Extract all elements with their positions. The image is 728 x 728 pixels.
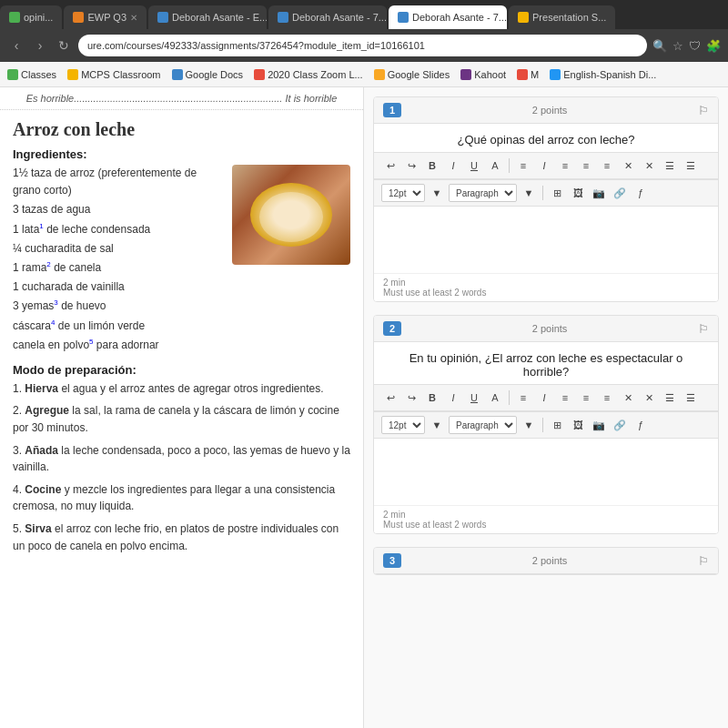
para-down2-button[interactable]: ▼ (520, 416, 538, 434)
math-button[interactable]: ƒ (632, 184, 650, 202)
remove-button3[interactable]: ✕ (640, 389, 658, 407)
recipe-title: Arroz con leche (13, 119, 350, 140)
font-size2-icon[interactable]: ≡ (514, 389, 532, 407)
align-left-button[interactable]: ≡ (556, 157, 574, 175)
toolbar-sep-3 (509, 390, 510, 405)
align-right2-button[interactable]: ≡ (577, 389, 595, 407)
bold-button[interactable]: B (423, 157, 441, 175)
question-1-points: 2 points (532, 105, 568, 116)
font-down2-button[interactable]: ▼ (428, 416, 446, 434)
undo-button[interactable]: ↩ (381, 157, 399, 175)
back-button[interactable]: ‹ (7, 36, 25, 55)
media2-button[interactable]: 📷 (590, 416, 608, 434)
align-center-button[interactable]: ≡ (598, 157, 616, 175)
address-text: ure.com/courses/492333/assignments/37264… (87, 40, 425, 51)
font-size-select[interactable]: 12pt (381, 184, 425, 202)
remove-format2-button[interactable]: ✕ (619, 389, 637, 407)
question-2-flag-icon[interactable]: ⚐ (698, 322, 709, 336)
font-down-button[interactable]: ▼ (428, 184, 446, 202)
address-input[interactable]: ure.com/courses/492333/assignments/37264… (78, 35, 647, 56)
tab-ewp[interactable]: EWP Q3 ✕ (64, 5, 147, 29)
bookmark-mcps[interactable]: MCPS Classroom (67, 69, 160, 80)
list-ol-button[interactable]: ☰ (682, 157, 700, 175)
question-2-answer-input[interactable] (374, 439, 718, 502)
bookmark-english-spanish[interactable]: English-Spanish Di... (550, 69, 656, 80)
bookmark-google-slides[interactable]: Google Slides (374, 69, 450, 80)
tab-deborah2[interactable]: Deborah Asante - 7... ✕ (268, 5, 387, 29)
math2-button[interactable]: ƒ (632, 416, 650, 434)
remove-button2[interactable]: ✕ (640, 157, 658, 175)
question-3-points: 2 points (532, 555, 568, 566)
question-1-hint: Must use at least 2 words (383, 288, 709, 298)
list-ul2-button[interactable]: ☰ (661, 389, 679, 407)
align-right-button[interactable]: ≡ (577, 157, 595, 175)
underline2-button[interactable]: U (465, 389, 483, 407)
tab-opini[interactable]: opini... (0, 5, 62, 29)
step-4: 4. Cocine y mezcle los ingredientes para… (13, 481, 350, 515)
question-3-flag-icon[interactable]: ⚐ (698, 554, 709, 568)
question-1-text: ¿Qué opinas del arroz con leche? (374, 124, 718, 152)
step-3: 3. Añada la leche condensada, poco a poc… (13, 442, 350, 476)
align-left2-button[interactable]: ≡ (556, 389, 574, 407)
tab-close-ewp[interactable]: ✕ (130, 13, 137, 23)
left-panel-recipe: Es horrible.............................… (0, 87, 364, 728)
question-1-flag-icon[interactable]: ⚐ (698, 104, 709, 117)
redo2-button[interactable]: ↪ (402, 389, 420, 407)
bookmark-classes[interactable]: Classes (7, 69, 56, 80)
tab-deborah1[interactable]: Deborah Asante - E... ✕ (148, 5, 267, 29)
font-color-button[interactable]: A (486, 157, 504, 175)
font-color2-button[interactable]: A (486, 389, 504, 407)
puzzle-icon[interactable]: 🧩 (706, 39, 721, 53)
bookmark-google-docs[interactable]: Google Docs (172, 69, 244, 80)
list-ul-button[interactable]: ☰ (661, 157, 679, 175)
bookmark-kahoot[interactable]: Kahoot (460, 69, 506, 80)
redo-button[interactable]: ↪ (402, 157, 420, 175)
table2-button[interactable]: ⊞ (548, 416, 566, 434)
bookmarks-bar: Classes MCPS Classroom Google Docs 2020 … (0, 62, 728, 87)
font-size-icon[interactable]: ≡ (514, 157, 532, 175)
question-1-answer-input[interactable] (374, 207, 718, 270)
link-button[interactable]: 🔗 (611, 184, 629, 202)
media-button[interactable]: 📷 (590, 184, 608, 202)
search-icon[interactable]: 🔍 (652, 39, 667, 53)
italic3-button[interactable]: I (444, 389, 462, 407)
italic4-button[interactable]: I (535, 389, 553, 407)
tab-deborah3[interactable]: Deborah Asante - 7... ✕ (389, 5, 507, 29)
bookmark-label-zoom: 2020 Class Zoom L... (268, 69, 363, 80)
bookmark-zoom[interactable]: 2020 Class Zoom L... (254, 69, 363, 80)
header-spanish: Es horrible.............................… (26, 93, 283, 104)
question-2-points: 2 points (532, 323, 568, 334)
toolbar-sep-1 (509, 158, 510, 173)
link2-button[interactable]: 🔗 (611, 416, 629, 434)
undo2-button[interactable]: ↩ (381, 389, 399, 407)
step-2: 2. Agregue la sal, la rama de canela y l… (13, 402, 350, 436)
reload-button[interactable]: ↻ (55, 36, 73, 55)
list-ol2-button[interactable]: ☰ (682, 389, 700, 407)
italic-button[interactable]: I (444, 157, 462, 175)
bookmark-icon-classes (7, 69, 18, 80)
question-1-footer: 2 min Must use at least 2 words (374, 273, 718, 301)
bookmark-star-icon[interactable]: ☆ (672, 39, 683, 53)
bookmark-mail[interactable]: M (517, 69, 539, 80)
italic2-button[interactable]: I (535, 157, 553, 175)
bookmark-icon-slides (374, 69, 385, 80)
recipe-container: Arroz con leche Ingredientes: 1½ taza de… (0, 110, 363, 569)
tab-label-deborah3: Deborah Asante - 7... (412, 12, 507, 23)
image2-button[interactable]: 🖼 (569, 416, 587, 434)
ingredient-7: 3 yemas3 de huevo (13, 298, 350, 315)
question-1-toolbar2: 12pt ▼ Paragraph ▼ ⊞ 🖼 📷 🔗 ƒ (374, 179, 718, 207)
paragraph2-select[interactable]: Paragraph (449, 416, 517, 434)
bold2-button[interactable]: B (423, 389, 441, 407)
paragraph-select[interactable]: Paragraph (449, 184, 517, 202)
font-size2-select[interactable]: 12pt (381, 416, 425, 434)
image-button[interactable]: 🖼 (569, 184, 587, 202)
forward-button[interactable]: › (31, 36, 49, 55)
para-down-button[interactable]: ▼ (520, 184, 538, 202)
question-2-toolbar2: 12pt ▼ Paragraph ▼ ⊞ 🖼 📷 🔗 ƒ (374, 411, 718, 439)
align-center2-button[interactable]: ≡ (598, 389, 616, 407)
address-bar-row: ‹ › ↻ ure.com/courses/492333/assignments… (0, 29, 728, 62)
remove-format-button[interactable]: ✕ (619, 157, 637, 175)
tab-presentation[interactable]: Presentation S... (509, 5, 615, 29)
underline-button[interactable]: U (465, 157, 483, 175)
table-button[interactable]: ⊞ (548, 184, 566, 202)
